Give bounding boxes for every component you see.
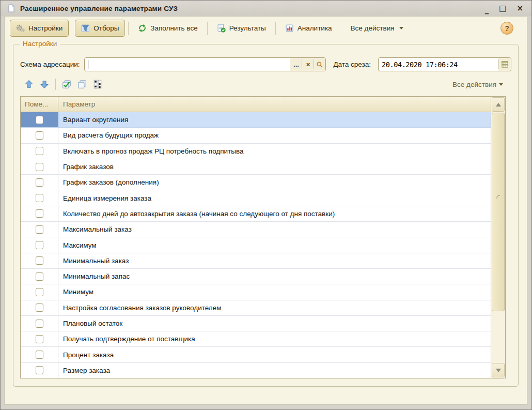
row-parameter-label: Максимум — [58, 237, 491, 252]
title-bar: Расширенное управление параметрами СУЗ _… — [1, 1, 531, 16]
table-row[interactable]: Количество дней до автозакрытия заказа (… — [21, 206, 491, 222]
minimize-button[interactable]: _ — [485, 6, 489, 14]
uncheck-all-button[interactable] — [74, 77, 90, 92]
row-mark-cell[interactable] — [21, 159, 58, 174]
table-row[interactable]: Вариант округления — [21, 112, 491, 128]
row-mark-cell[interactable] — [21, 253, 58, 268]
row-mark-cell[interactable] — [21, 316, 58, 331]
table-row[interactable]: Плановый остаток — [21, 316, 491, 331]
table-row[interactable]: Размер заказа — [21, 363, 491, 378]
row-mark-cell[interactable] — [21, 112, 58, 127]
row-parameter-label: Единица измерения заказа — [58, 190, 491, 205]
list-all-actions-button[interactable]: Все действия — [452, 81, 503, 88]
row-checkbox[interactable] — [36, 272, 43, 281]
address-scheme-input[interactable] — [85, 58, 291, 71]
table-row[interactable]: Вид расчета будущих продаж — [21, 128, 491, 143]
table-row[interactable]: Получать подтверждение от поставщика — [21, 331, 491, 347]
address-scheme-field[interactable]: ... × — [84, 57, 326, 71]
table-row[interactable]: Максимальный заказ — [21, 222, 491, 237]
table-row[interactable]: График заказов (дополнения) — [21, 175, 491, 190]
row-mark-cell[interactable] — [21, 222, 58, 237]
filters-button[interactable]: Отборы — [75, 20, 125, 37]
row-mark-cell[interactable] — [21, 206, 58, 221]
row-checkbox[interactable] — [36, 194, 43, 202]
scroll-up-button[interactable] — [492, 97, 505, 112]
column-header-parameter[interactable]: Параметр — [58, 97, 491, 112]
row-checkbox[interactable] — [36, 366, 43, 374]
invert-marks-icon — [93, 80, 102, 89]
table-row[interactable]: Настройка согласования заказов руководит… — [21, 300, 491, 316]
row-checkbox[interactable] — [36, 335, 43, 343]
calendar-button[interactable] — [499, 58, 511, 71]
date-slice-field[interactable]: 20.04.2020 17:06:24 — [378, 57, 511, 71]
vertical-scrollbar[interactable] — [491, 97, 505, 378]
row-mark-cell[interactable] — [21, 331, 58, 346]
row-checkbox[interactable] — [36, 288, 43, 296]
maximize-button[interactable]: □ — [499, 5, 506, 12]
row-checkbox[interactable] — [36, 178, 43, 187]
row-mark-cell[interactable] — [21, 300, 58, 315]
row-parameter-label: Вариант округления — [58, 112, 491, 127]
row-mark-cell[interactable] — [21, 175, 58, 190]
list-toolbar: Все действия — [20, 77, 511, 92]
open-button[interactable] — [314, 58, 325, 71]
settings-button[interactable]: Настройки — [10, 20, 69, 37]
scrollbar-thumb[interactable] — [492, 113, 505, 311]
row-checkbox[interactable] — [36, 303, 43, 312]
row-mark-cell[interactable] — [21, 128, 58, 143]
row-checkbox[interactable] — [36, 320, 43, 328]
invert-marks-button[interactable] — [90, 77, 105, 92]
results-button[interactable]: Результаты — [211, 20, 272, 37]
row-checkbox[interactable] — [36, 241, 43, 249]
check-all-button[interactable] — [59, 77, 74, 92]
date-slice-value[interactable]: 20.04.2020 17:06:24 — [379, 58, 498, 71]
row-checkbox[interactable] — [36, 163, 43, 171]
help-button[interactable]: ? — [500, 22, 513, 35]
row-checkbox[interactable] — [36, 209, 43, 218]
row-mark-cell[interactable] — [21, 363, 58, 378]
app-window: Расширенное управление параметрами СУЗ _… — [0, 0, 532, 410]
row-checkbox[interactable] — [36, 351, 43, 359]
main-toolbar: Настройки Отборы Заполнить вс — [5, 17, 527, 40]
all-actions-button[interactable]: Все действия — [345, 20, 410, 37]
move-down-button[interactable] — [37, 77, 52, 92]
window-controls: _ □ × — [485, 5, 525, 12]
window-title: Расширенное управление параметрами СУЗ — [20, 5, 178, 12]
analytics-button[interactable]: Аналитика — [279, 20, 338, 37]
table-row[interactable]: Минимальный запас — [21, 269, 491, 284]
row-mark-cell[interactable] — [21, 144, 58, 159]
row-checkbox[interactable] — [36, 131, 43, 140]
magnifier-icon — [316, 61, 323, 68]
uncheck-all-icon — [77, 80, 87, 89]
table-row[interactable]: Включать в прогноз продаж РЦ потребность… — [21, 144, 491, 159]
row-mark-cell[interactable] — [21, 237, 58, 252]
table-row[interactable]: Процент заказа — [21, 347, 491, 362]
row-mark-cell[interactable] — [21, 347, 58, 362]
row-checkbox[interactable] — [36, 256, 43, 265]
row-mark-cell[interactable] — [21, 284, 58, 299]
close-button[interactable]: × — [517, 5, 523, 12]
all-actions-button-label: Все действия — [351, 24, 395, 32]
help-icon: ? — [505, 24, 509, 33]
move-up-button[interactable] — [21, 77, 37, 92]
row-mark-cell[interactable] — [21, 190, 58, 205]
choose-button[interactable]: ... — [290, 58, 302, 71]
table-row[interactable]: Максимум — [21, 237, 491, 253]
table-row[interactable]: График заказов — [21, 159, 491, 175]
gears-icon — [16, 24, 25, 33]
row-checkbox[interactable] — [36, 116, 43, 124]
row-checkbox[interactable] — [36, 147, 43, 155]
table-row[interactable]: Минимальный заказ — [21, 253, 491, 269]
column-header-mark[interactable]: Поме... — [21, 97, 58, 112]
row-checkbox[interactable] — [36, 225, 43, 234]
scroll-down-button[interactable] — [492, 363, 505, 377]
row-mark-cell[interactable] — [21, 269, 58, 284]
clear-button[interactable]: × — [302, 58, 314, 71]
table-row[interactable]: Единица измерения заказа — [21, 190, 491, 206]
fill-all-button[interactable]: Заполнить все — [132, 20, 204, 37]
results-icon — [217, 24, 226, 33]
row-parameter-label: Настройка согласования заказов руководит… — [58, 300, 491, 315]
toolbar-separator — [128, 22, 129, 35]
table-row[interactable]: Минимум — [21, 284, 491, 300]
param-table-body: Вариант округленияВид расчета будущих пр… — [21, 112, 491, 378]
